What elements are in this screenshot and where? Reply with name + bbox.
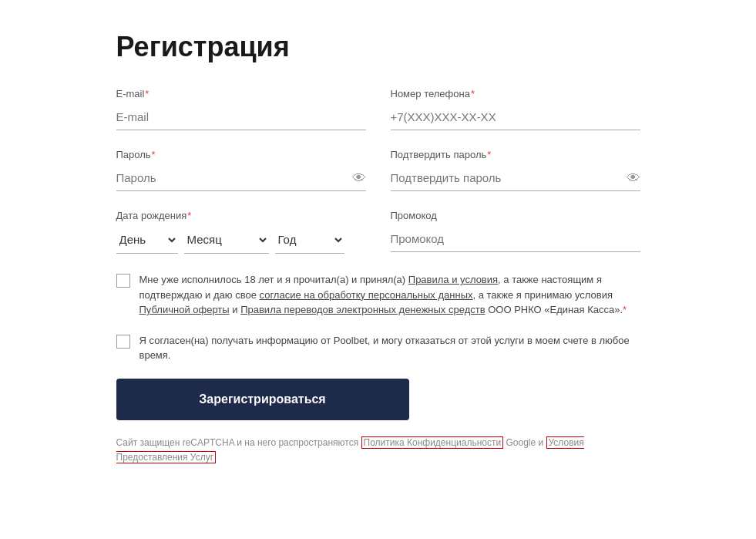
email-group: E-mail* [116, 88, 366, 130]
password-input-wrapper: 👁 [116, 165, 366, 191]
terms-checkbox[interactable] [116, 274, 130, 288]
birthdate-promo-row: Дата рождения* День 12345 678910 1112131… [116, 210, 640, 254]
date-selects: День 12345 678910 1112131415 1617181920 … [116, 226, 366, 254]
promo-label: Промокод [391, 210, 640, 221]
phone-required-star: * [471, 88, 475, 99]
birthdate-required-star: * [187, 210, 191, 221]
birthdate-label: Дата рождения* [116, 210, 366, 221]
password-input[interactable] [116, 165, 366, 191]
register-button[interactable]: Зарегистрироваться [116, 379, 409, 420]
email-input[interactable] [116, 104, 366, 130]
day-select[interactable]: День 12345 678910 1112131415 1617181920 … [116, 226, 178, 254]
email-phone-row: E-mail* Номер телефона* [116, 88, 640, 130]
password-group: Пароль* 👁 [116, 149, 366, 191]
terms-link[interactable]: Правила и условия [408, 274, 498, 285]
public-offer-link[interactable]: Публичной оферты [139, 304, 230, 315]
confirm-password-input[interactable] [391, 165, 640, 191]
password-label: Пароль* [116, 149, 366, 160]
promo-group: Промокод [391, 210, 640, 254]
password-row: Пароль* 👁 Подтвердить пароль* 👁 [116, 149, 640, 191]
email-input-wrapper [116, 104, 366, 130]
terms-checkbox-section: Мне уже исполнилось 18 лет и я прочитал(… [116, 272, 640, 318]
newsletter-checkbox-section: Я согласен(на) получать информацию от Po… [116, 333, 640, 363]
newsletter-checkbox[interactable] [116, 335, 130, 349]
promo-input-wrapper [391, 226, 640, 252]
password-eye-icon[interactable]: 👁 [352, 170, 366, 187]
confirm-password-eye-icon[interactable]: 👁 [627, 170, 640, 187]
transfer-rules-link[interactable]: Правила переводов электронных денежных с… [240, 304, 485, 315]
captcha-mid: Google и [503, 437, 546, 448]
phone-input[interactable] [391, 104, 640, 130]
personal-data-link[interactable]: согласие на обработку персональных данны… [260, 289, 473, 301]
confirm-password-group: Подтвердить пароль* 👁 [391, 149, 640, 191]
year-select[interactable]: Год [275, 226, 344, 254]
privacy-policy-link[interactable]: Политика Конфиденциальности [361, 436, 504, 449]
phone-label: Номер телефона* [391, 88, 640, 99]
email-label: E-mail* [116, 88, 366, 99]
phone-group: Номер телефона* [391, 88, 640, 130]
birthdate-group: Дата рождения* День 12345 678910 1112131… [116, 210, 366, 254]
page-title: Регистрация [116, 31, 640, 63]
month-select[interactable]: Месяц ЯнварьФевральМартАпрель МайИюньИюл… [184, 226, 269, 254]
captcha-notice: Сайт защищен reCAPTCHA и на него распрос… [116, 436, 640, 465]
phone-input-wrapper [391, 104, 640, 130]
email-required-star: * [145, 88, 149, 99]
newsletter-checkbox-text: Я согласен(на) получать информацию от Po… [139, 333, 640, 363]
confirm-password-input-wrapper: 👁 [391, 165, 640, 191]
confirm-password-required-star: * [487, 149, 491, 160]
captcha-prefix: Сайт защищен reCAPTCHA и на него распрос… [116, 437, 361, 448]
terms-checkbox-text: Мне уже исполнилось 18 лет и я прочитал(… [139, 272, 640, 318]
promo-input[interactable] [391, 226, 640, 252]
registration-form: Регистрация E-mail* Номер телефона* Паро… [116, 31, 640, 465]
confirm-password-label: Подтвердить пароль* [391, 149, 640, 160]
password-required-star: * [152, 149, 156, 160]
